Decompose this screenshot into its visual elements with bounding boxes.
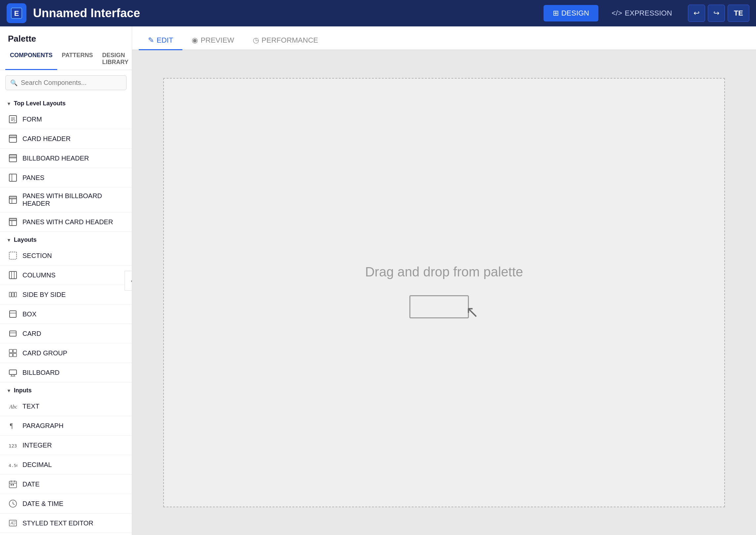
tab-patterns[interactable]: PATTERNS <box>57 49 97 70</box>
search-box: 🔍 <box>5 75 127 90</box>
svg-text:123: 123 <box>9 443 17 448</box>
columns-label: COLUMNS <box>22 271 56 279</box>
palette-item-billboard[interactable]: BILLBOARD <box>0 363 132 382</box>
section-layouts[interactable]: Layouts <box>0 232 132 246</box>
panes-card-label: PANES WITH CARD HEADER <box>22 218 113 226</box>
canvas-drop-area[interactable]: Drag and drop from palette ↖ <box>163 78 725 507</box>
date-time-icon <box>8 499 18 509</box>
section-icon <box>8 251 18 261</box>
palette-item-box[interactable]: BOX <box>0 304 132 324</box>
edit-area: ✎ EDIT ◉ PREVIEW ◷ PERFORMANCE Drag and … <box>132 26 756 535</box>
svg-rect-27 <box>10 331 16 336</box>
card-label: CARD <box>22 330 41 338</box>
sidebar-content: Top Level Layouts FORM <box>0 95 132 535</box>
box-icon <box>8 309 18 319</box>
billboard-header-label: BILLBOARD HEADER <box>22 155 89 162</box>
design-tab[interactable]: ⊞ DESIGN <box>544 5 598 21</box>
palette-item-text[interactable]: Abc TEXT <box>0 397 132 416</box>
sidebar-toggle[interactable]: ‹ <box>125 271 132 291</box>
svg-rect-25 <box>10 311 16 317</box>
palette-item-panes[interactable]: PANES <box>0 168 132 188</box>
section-top-level-layouts[interactable]: Top Level Layouts <box>0 95 132 110</box>
svg-rect-10 <box>9 174 17 181</box>
drop-rect <box>409 295 469 318</box>
palette-item-integer[interactable]: 123 INTEGER <box>0 436 132 455</box>
palette-item-billboard-header[interactable]: BILLBOARD HEADER <box>0 149 132 168</box>
svg-rect-33 <box>9 370 17 374</box>
svg-rect-29 <box>9 349 13 353</box>
expression-tab[interactable]: </> EXPRESSION <box>602 5 681 21</box>
form-label: FORM <box>22 116 42 123</box>
tab-design-library[interactable]: DESIGN LIBRARY <box>97 49 132 70</box>
palette-item-card-header[interactable]: CARD HEADER <box>0 129 132 149</box>
svg-text:E: E <box>14 9 19 18</box>
svg-rect-32 <box>13 353 17 357</box>
palette-item-section[interactable]: SECTION <box>0 246 132 266</box>
palette-item-card[interactable]: CARD <box>0 324 132 343</box>
palette-item-encrypted-text[interactable]: ENCRYPTED TEXT <box>0 533 132 535</box>
section-inputs[interactable]: Inputs <box>0 382 132 397</box>
drop-hint-text: Drag and drop from palette <box>365 265 523 279</box>
svg-rect-22 <box>9 292 11 297</box>
svg-rect-46 <box>13 484 14 485</box>
undo-button[interactable]: ↩ <box>688 5 705 22</box>
card-header-icon <box>8 134 18 144</box>
tab-preview[interactable]: ◉ PREVIEW <box>182 31 243 50</box>
svg-rect-30 <box>13 349 17 353</box>
svg-text:4.56: 4.56 <box>9 463 17 468</box>
svg-rect-13 <box>9 196 17 199</box>
sidebar: Palette COMPONENTS PATTERNS DESIGN LIBRA… <box>0 26 132 535</box>
integer-label: INTEGER <box>22 442 52 449</box>
svg-text:Abc: Abc <box>9 404 17 410</box>
palette-item-date-time[interactable]: DATE & TIME <box>0 494 132 514</box>
box-label: BOX <box>22 310 36 318</box>
svg-rect-31 <box>9 353 13 357</box>
palette-item-styled-text-editor[interactable]: A STYLED TEXT EDITOR <box>0 514 132 533</box>
palette-item-columns[interactable]: COLUMNS <box>0 266 132 285</box>
tab-components[interactable]: COMPONENTS <box>5 49 57 70</box>
text-label: TEXT <box>22 403 39 410</box>
paragraph-label: PARAGRAPH <box>22 422 63 430</box>
search-icon: 🔍 <box>10 79 18 87</box>
panes-icon <box>8 173 18 183</box>
code-icon: </> <box>612 9 622 18</box>
palette-item-decimal[interactable]: 4.56 DECIMAL <box>0 455 132 475</box>
edit-pencil-icon: ✎ <box>148 36 154 45</box>
preview-tab-label: PREVIEW <box>201 36 234 45</box>
design-icon: ⊞ <box>553 9 559 18</box>
palette-item-paragraph[interactable]: ¶ PARAGRAPH <box>0 416 132 436</box>
redo-button[interactable]: ↪ <box>708 5 725 22</box>
date-label: DATE <box>22 481 40 488</box>
palette-item-card-group[interactable]: CARD GROUP <box>0 343 132 363</box>
form-icon <box>8 114 18 124</box>
decimal-label: DECIMAL <box>22 461 52 469</box>
tab-performance[interactable]: ◷ PERFORMANCE <box>244 31 327 50</box>
header-actions: ↩ ↪ TE <box>688 5 749 22</box>
svg-text:¶: ¶ <box>10 422 13 429</box>
sidebar-tabs: COMPONENTS PATTERNS DESIGN LIBRARY <box>0 49 132 70</box>
integer-icon: 123 <box>8 440 18 450</box>
card-icon <box>8 329 18 339</box>
decimal-icon: 4.56 <box>8 460 18 470</box>
app-logo: E <box>7 3 26 23</box>
te-button[interactable]: TE <box>728 5 749 22</box>
card-group-label: CARD GROUP <box>22 349 67 357</box>
svg-line-49 <box>13 504 15 505</box>
header-tabs: ⊞ DESIGN </> EXPRESSION <box>544 5 681 21</box>
search-input[interactable] <box>21 79 122 87</box>
drop-hint-box: ↖ <box>409 293 479 321</box>
svg-rect-18 <box>9 252 17 259</box>
clock-icon: ◷ <box>253 36 259 45</box>
tab-edit[interactable]: ✎ EDIT <box>139 31 182 50</box>
performance-tab-label: PERFORMANCE <box>262 36 318 45</box>
palette-item-form[interactable]: FORM <box>0 110 132 129</box>
sidebar-title: Palette <box>0 26 132 49</box>
palette-item-panes-card[interactable]: PANES WITH CARD HEADER <box>0 212 132 232</box>
palette-item-side-by-side[interactable]: SIDE BY SIDE <box>0 285 132 304</box>
side-by-side-icon <box>8 290 18 300</box>
card-group-icon <box>8 348 18 358</box>
columns-icon <box>8 270 18 280</box>
palette-item-date[interactable]: DATE <box>0 475 132 494</box>
svg-rect-7 <box>9 135 17 138</box>
palette-item-panes-billboard[interactable]: PANES WITH BILLBOARD HEADER <box>0 188 132 212</box>
